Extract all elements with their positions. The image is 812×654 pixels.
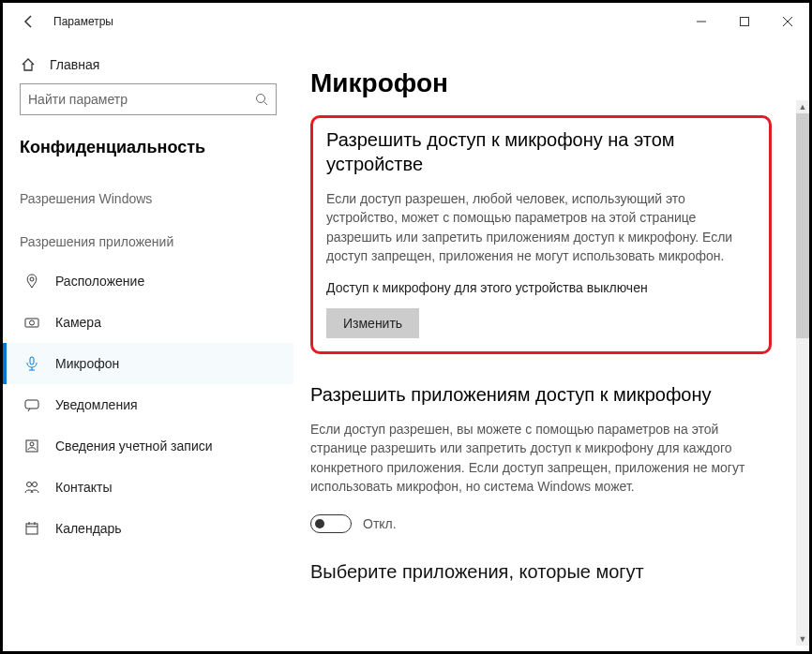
minimize-icon [697,17,706,26]
section-heading: Разрешить доступ к микрофону на этом уст… [326,127,754,176]
account-icon [23,438,40,453]
sidebar-item-label: Сведения учетной записи [55,438,213,453]
svg-rect-7 [25,319,38,327]
sidebar-item-label: Камера [55,315,101,330]
sidebar-item-calendar[interactable]: Календарь [3,508,293,549]
calendar-icon [23,521,40,536]
sidebar-item-notifications[interactable]: Уведомления [3,384,293,425]
sidebar-item-microphone[interactable]: Микрофон [3,343,293,384]
svg-point-14 [33,483,38,487]
search-box[interactable] [20,83,277,115]
sidebar-item-label: Микрофон [55,356,119,371]
microphone-icon [23,356,40,371]
window-controls [680,3,809,40]
svg-rect-10 [25,400,38,409]
content-scrollbar[interactable]: ▲ ▼ [796,100,809,646]
sidebar-item-label: Календарь [55,521,122,536]
search-wrap [3,83,293,128]
change-button[interactable]: Изменить [326,308,419,338]
scroll-track[interactable] [796,113,809,632]
sidebar-item-label: Контакты [55,480,112,495]
content-pane: Микрофон Разрешить доступ к микрофону на… [293,40,809,651]
sidebar: Главная Конфиденциальность Разрешения Wi… [3,40,293,651]
svg-point-12 [30,442,34,446]
arrow-left-icon [22,14,37,29]
section-heading: Разрешить приложениям доступ к микрофону [310,382,772,407]
sidebar-group-windows: Разрешения Windows [3,174,293,217]
close-icon [783,17,792,26]
device-access-section: Разрешить доступ к микрофону на этом уст… [310,115,772,354]
minimize-button[interactable] [680,3,723,40]
svg-point-8 [30,320,35,325]
app-access-toggle-row: Откл. [310,514,772,533]
svg-line-5 [264,102,268,106]
back-button[interactable] [8,3,50,40]
contacts-icon [23,480,40,495]
app-access-toggle[interactable] [310,514,352,533]
titlebar: Параметры [3,3,809,40]
sidebar-group-apps: Разрешения приложений [3,217,293,260]
search-icon [255,93,268,106]
page-title: Микрофон [310,68,772,98]
section-description: Если доступ разрешен, любой человек, исп… [326,189,754,265]
svg-point-6 [30,277,34,281]
window-title: Параметры [53,15,113,28]
sidebar-item-camera[interactable]: Камера [3,302,293,343]
home-icon [20,57,37,72]
section-heading-cutoff: Выберите приложения, которые могут [310,561,772,583]
maximize-icon [740,17,749,26]
location-icon [23,274,40,289]
close-button[interactable] [766,3,809,40]
device-access-status: Доступ к микрофону для этого устройства … [326,280,754,295]
svg-rect-1 [741,18,749,26]
maximize-button[interactable] [723,3,766,40]
sidebar-item-label: Расположение [55,274,144,289]
sidebar-home[interactable]: Главная [3,50,293,83]
toggle-label: Откл. [363,516,397,531]
sidebar-home-label: Главная [50,57,99,72]
svg-point-13 [27,483,32,487]
sidebar-item-account-info[interactable]: Сведения учетной записи [3,425,293,467]
svg-rect-9 [30,357,34,364]
scroll-thumb[interactable] [796,113,809,338]
scroll-down-arrow-icon[interactable]: ▼ [796,632,809,646]
sidebar-item-label: Уведомления [55,397,138,412]
window-body: Главная Конфиденциальность Разрешения Wi… [3,40,809,651]
svg-rect-15 [26,524,38,534]
notifications-icon [23,397,40,412]
sidebar-category-heading: Конфиденциальность [3,128,293,174]
section-description: Если доступ разрешен, вы можете с помощь… [310,420,772,496]
settings-window: Параметры Главная [0,0,812,654]
sidebar-item-location[interactable]: Расположение [3,260,293,302]
sidebar-item-contacts[interactable]: Контакты [3,467,293,508]
svg-point-4 [257,95,265,103]
scroll-up-arrow-icon[interactable]: ▲ [796,100,809,113]
search-input[interactable] [28,92,255,107]
camera-icon [23,315,40,330]
